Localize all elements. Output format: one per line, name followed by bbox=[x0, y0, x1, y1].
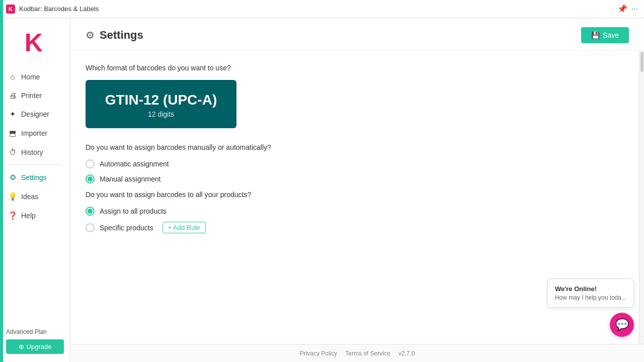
scrollbar-thumb[interactable] bbox=[640, 52, 643, 72]
sidebar-label-ideas: Ideas bbox=[21, 193, 38, 201]
sidebar-label-home: Home bbox=[21, 73, 40, 81]
radio-specific-circle[interactable] bbox=[86, 223, 95, 232]
scrollbar-track[interactable] bbox=[639, 51, 644, 344]
terms-link[interactable]: Terms of Service bbox=[345, 350, 390, 357]
sidebar-bottom: Advanced Plan ⊕ Upgrade bbox=[0, 323, 70, 362]
upgrade-icon: ⊕ bbox=[19, 343, 24, 350]
pin-icon[interactable]: 📌 bbox=[617, 4, 627, 14]
content-header: ⚙ Settings 💾 Save bbox=[70, 18, 644, 51]
footer-bar: Privacy Policy Terms of Service v2.7.0 bbox=[70, 344, 644, 362]
top-bar: K Kodbar: Barcodes & Labels 📌 ··· bbox=[0, 0, 644, 18]
chat-icon: 💬 bbox=[615, 318, 629, 331]
sidebar-divider bbox=[8, 164, 62, 165]
assignment-radio-group: Automatic assignment Manual assignment bbox=[86, 159, 629, 184]
sidebar-logo: K bbox=[0, 23, 70, 67]
app-title: Kodbar: Barcodes & Labels bbox=[19, 5, 99, 13]
sidebar-nav: ⌂ Home 🖨 Printer ✦ Designer ⬒ Importer ⏱… bbox=[0, 67, 70, 323]
radio-manual-label: Manual assignment bbox=[100, 175, 160, 183]
products-radio-group: Assign to all products Specific products… bbox=[86, 207, 629, 233]
history-icon: ⏱ bbox=[8, 148, 17, 156]
ideas-icon: 💡 bbox=[8, 192, 17, 201]
sidebar-label-settings: Settings bbox=[21, 173, 47, 182]
chat-bubble: We're Online! How may I help you toda... bbox=[547, 279, 634, 308]
sidebar-label-printer: Printer bbox=[21, 92, 42, 100]
radio-all-circle[interactable] bbox=[86, 207, 95, 216]
home-icon: ⌂ bbox=[8, 72, 17, 81]
save-button[interactable]: 💾 Save bbox=[581, 27, 629, 43]
app-logo: K bbox=[6, 5, 15, 14]
privacy-link[interactable]: Privacy Policy bbox=[300, 350, 338, 357]
radio-manual-circle[interactable] bbox=[86, 174, 95, 184]
sidebar-label-designer: Designer bbox=[21, 110, 49, 118]
settings-icon: ⚙ bbox=[8, 173, 17, 182]
question3: Do you want to assign barcodes to all yo… bbox=[86, 191, 629, 199]
radio-automatic[interactable]: Automatic assignment bbox=[86, 159, 629, 168]
brand-logo: K bbox=[21, 28, 50, 57]
chat-button[interactable]: 💬 bbox=[610, 313, 634, 337]
page-settings-icon: ⚙ bbox=[86, 29, 95, 41]
sidebar-label-importer: Importer bbox=[21, 129, 47, 137]
designer-icon: ✦ bbox=[8, 110, 17, 119]
barcode-digits: 12 digits bbox=[96, 110, 226, 118]
radio-manual[interactable]: Manual assignment bbox=[86, 174, 629, 184]
radio-automatic-circle[interactable] bbox=[86, 159, 95, 168]
left-accent bbox=[0, 0, 3, 362]
sidebar: K ⌂ Home 🖨 Printer ✦ Designer ⬒ Importer bbox=[0, 18, 70, 362]
sidebar-item-importer[interactable]: ⬒ Importer bbox=[0, 124, 70, 143]
save-icon: 💾 bbox=[591, 31, 600, 39]
barcode-format: GTIN-12 (UPC-A) bbox=[96, 92, 226, 108]
sidebar-item-help[interactable]: ❓ Help bbox=[0, 206, 70, 225]
help-icon: ❓ bbox=[8, 211, 17, 220]
chat-subtitle: How may I help you toda... bbox=[555, 294, 626, 301]
radio-all-products[interactable]: Assign to all products bbox=[86, 207, 629, 216]
add-rule-button[interactable]: + Add Rule bbox=[163, 222, 206, 233]
svg-text:K: K bbox=[24, 29, 42, 57]
radio-specific-products[interactable]: Specific products + Add Rule bbox=[86, 222, 629, 233]
radio-automatic-label: Automatic assignment bbox=[100, 160, 169, 168]
sidebar-item-home[interactable]: ⌂ Home bbox=[0, 67, 70, 86]
title-wrap: ⚙ Settings bbox=[86, 29, 143, 42]
save-label: Save bbox=[603, 31, 619, 39]
page-title: Settings bbox=[100, 29, 143, 42]
sidebar-label-history: History bbox=[21, 148, 43, 156]
sidebar-item-settings[interactable]: ⚙ Settings bbox=[0, 168, 70, 187]
plan-label: Advanced Plan bbox=[6, 328, 64, 335]
question2: Do you want to assign barcodes manually … bbox=[86, 143, 629, 151]
sidebar-item-printer[interactable]: 🖨 Printer bbox=[0, 86, 70, 105]
printer-icon: 🖨 bbox=[8, 91, 17, 100]
barcode-card[interactable]: GTIN-12 (UPC-A) 12 digits bbox=[86, 80, 236, 128]
more-icon[interactable]: ··· bbox=[631, 5, 638, 14]
sidebar-item-designer[interactable]: ✦ Designer bbox=[0, 105, 70, 124]
question1: Which format of barcodes do you want to … bbox=[86, 64, 629, 72]
upgrade-button[interactable]: ⊕ Upgrade bbox=[6, 339, 64, 354]
radio-all-label: Assign to all products bbox=[100, 207, 167, 215]
sidebar-item-ideas[interactable]: 💡 Ideas bbox=[0, 187, 70, 206]
chat-title: We're Online! bbox=[555, 285, 626, 293]
importer-icon: ⬒ bbox=[8, 129, 17, 138]
upgrade-label: Upgrade bbox=[27, 343, 52, 350]
version-label: v2.7.0 bbox=[398, 350, 415, 357]
sidebar-label-help: Help bbox=[21, 212, 36, 220]
sidebar-item-history[interactable]: ⏱ History bbox=[0, 143, 70, 161]
radio-specific-label: Specific products bbox=[100, 224, 153, 232]
chat-widget: We're Online! How may I help you toda...… bbox=[547, 279, 634, 337]
